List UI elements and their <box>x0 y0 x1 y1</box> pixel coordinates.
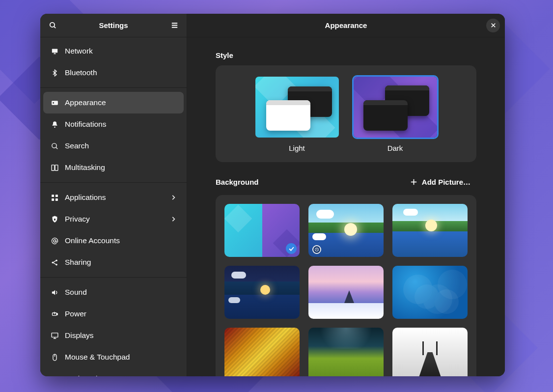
sidebar-item-power[interactable]: Power <box>43 303 184 325</box>
apps-icon <box>49 194 60 202</box>
multitask-icon <box>49 164 60 172</box>
page-title: Appearance <box>206 21 486 29</box>
network-icon <box>49 47 60 56</box>
svg-rect-19 <box>54 219 55 221</box>
sidebar-item-label: Notifications <box>65 120 178 129</box>
sidebar-item-mouse-touchpad[interactable]: Mouse & Touchpad <box>43 346 184 368</box>
sidebar-item-search[interactable]: Search <box>43 135 184 157</box>
svg-point-0 <box>50 23 54 27</box>
chevron-right-icon <box>169 194 178 201</box>
wallpaper-mountains-day[interactable] <box>308 204 384 257</box>
sidebar-item-label: Online Accounts <box>65 236 178 245</box>
svg-rect-25 <box>56 313 57 315</box>
nav-separator <box>40 277 187 278</box>
svg-rect-10 <box>54 126 55 127</box>
svg-rect-18 <box>55 198 57 200</box>
wallpaper-mountains-night[interactable] <box>224 266 300 319</box>
sidebar-item-label: Keyboard <box>65 374 178 376</box>
sidebar-item-sound[interactable]: Sound <box>43 281 184 303</box>
sidebar-item-label: Network <box>65 47 178 56</box>
svg-rect-17 <box>52 198 54 200</box>
svg-point-11 <box>52 143 56 147</box>
sidebar-item-privacy[interactable]: Privacy <box>43 208 184 230</box>
svg-rect-14 <box>55 165 58 170</box>
background-heading: Background <box>216 178 259 186</box>
check-icon <box>286 243 297 254</box>
nav-separator <box>40 182 187 183</box>
svg-point-9 <box>53 102 54 104</box>
svg-rect-16 <box>55 195 57 197</box>
background-card <box>216 195 476 376</box>
sidebar-nav: NetworkBluetoothAppearanceNotificationsS… <box>40 37 187 376</box>
mouse-icon <box>49 353 60 362</box>
sidebar-item-online-accounts[interactable]: Online Accounts <box>43 230 184 252</box>
style-option-dark[interactable]: Dark <box>352 75 439 152</box>
power-icon <box>49 310 60 318</box>
sidebar-item-displays[interactable]: Displays <box>43 325 184 346</box>
style-thumb-dark <box>352 75 439 139</box>
sidebar-item-notifications[interactable]: Notifications <box>43 113 184 135</box>
menu-button[interactable] <box>167 18 182 33</box>
keyboard-icon <box>49 375 60 377</box>
hamburger-icon <box>170 21 179 29</box>
sidebar-item-label: Sharing <box>65 258 178 267</box>
search-icon <box>49 21 57 29</box>
auto-icon <box>312 245 321 254</box>
wallpaper-pier-bw[interactable] <box>392 328 468 376</box>
sidebar-item-sharing[interactable]: Sharing <box>43 252 184 273</box>
add-picture-button[interactable]: Add Picture… <box>404 175 476 189</box>
main-content: Style Light Dark Background Add Picture… <box>187 37 505 376</box>
appearance-icon <box>49 99 60 107</box>
wallpaper-adwaita-split[interactable] <box>224 204 300 257</box>
sidebar-item-label: Multitasking <box>65 163 178 172</box>
sidebar-item-label: Applications <box>65 193 169 202</box>
svg-line-1 <box>54 27 55 28</box>
sidebar-item-network[interactable]: Network <box>43 40 184 62</box>
sidebar-item-applications[interactable]: Applications <box>43 187 184 208</box>
style-label: Light <box>289 144 305 152</box>
wallpaper-blue-texture[interactable] <box>392 266 468 319</box>
sidebar-item-bluetooth[interactable]: Bluetooth <box>43 62 184 84</box>
sidebar-item-label: Privacy <box>65 215 169 224</box>
sidebar-item-label: Displays <box>65 331 178 340</box>
sidebar-item-label: Sound <box>65 288 178 297</box>
style-heading: Style <box>216 51 476 59</box>
sidebar-item-label: Bluetooth <box>65 68 178 77</box>
wallpaper-snow-sunset[interactable] <box>308 266 384 319</box>
style-option-light[interactable]: Light <box>254 75 340 152</box>
style-thumb-light <box>254 75 340 139</box>
sidebar-item-label: Appearance <box>65 98 178 107</box>
privacy-icon <box>49 215 60 224</box>
svg-rect-26 <box>52 333 58 337</box>
display-icon <box>49 332 60 340</box>
sidebar-header: Settings <box>40 14 187 37</box>
sidebar-item-label: Mouse & Touchpad <box>65 353 178 362</box>
settings-window: Settings NetworkBluetoothAppearanceNotif… <box>40 14 505 376</box>
close-button[interactable] <box>486 19 500 32</box>
wallpaper-field-storm[interactable] <box>308 328 384 376</box>
sidebar-item-label: Search <box>65 141 178 150</box>
bluetooth-icon <box>49 69 60 77</box>
add-picture-label: Add Picture… <box>422 178 470 186</box>
svg-line-12 <box>55 147 57 148</box>
search-icon <box>49 142 60 150</box>
nav-separator <box>40 87 187 88</box>
svg-rect-5 <box>52 49 57 53</box>
sidebar-item-keyboard[interactable]: Keyboard <box>43 368 184 376</box>
style-card: Light Dark <box>216 65 476 162</box>
svg-rect-13 <box>52 165 55 170</box>
main-panel: Appearance Style Light Dark Background <box>187 14 505 376</box>
sidebar: Settings NetworkBluetoothAppearanceNotif… <box>40 14 187 376</box>
wallpaper-fabric-macro[interactable] <box>224 328 300 376</box>
svg-rect-6 <box>54 53 55 54</box>
svg-point-20 <box>54 240 56 242</box>
plus-icon <box>410 178 418 186</box>
sidebar-item-appearance[interactable]: Appearance <box>43 92 184 113</box>
style-label: Dark <box>387 144 403 152</box>
search-button[interactable] <box>45 18 60 33</box>
wallpaper-mountains-wide[interactable] <box>392 204 468 257</box>
sidebar-item-label: Power <box>65 309 178 318</box>
sidebar-item-multitasking[interactable]: Multitasking <box>43 157 184 178</box>
at-icon <box>49 237 60 245</box>
share-icon <box>49 258 60 267</box>
